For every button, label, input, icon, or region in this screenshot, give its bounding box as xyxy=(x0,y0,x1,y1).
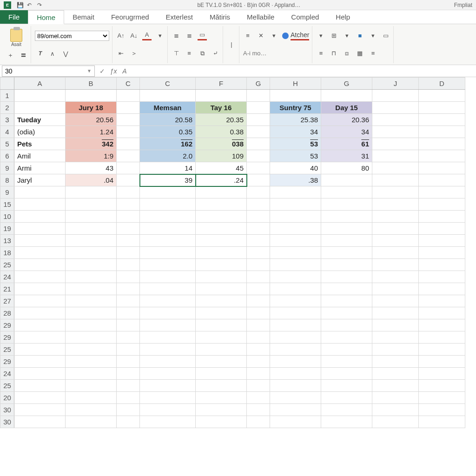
cell[interactable]: 40 xyxy=(270,162,321,174)
styles-icon[interactable]: ▭ xyxy=(381,31,390,40)
row[interactable]: 25 xyxy=(0,344,465,356)
cell[interactable]: Amil xyxy=(14,150,66,162)
row[interactable]: 30 xyxy=(0,416,465,428)
row-header[interactable]: 21 xyxy=(0,283,14,295)
cell[interactable]: 25.38 xyxy=(270,114,321,126)
numbering-icon[interactable]: ≣ xyxy=(185,31,194,40)
orientation-icon[interactable]: | xyxy=(227,40,236,49)
row[interactable]: 24 xyxy=(0,368,465,380)
row-header[interactable]: 24 xyxy=(0,368,14,380)
cell[interactable]: 0.38 xyxy=(196,126,247,138)
clear-icon[interactable]: ✕ xyxy=(256,31,265,40)
tab-file[interactable]: File xyxy=(0,10,28,24)
minus-icon[interactable]: 〓 xyxy=(19,51,28,60)
row[interactable]: 27 xyxy=(0,295,465,307)
row[interactable]: 28 xyxy=(0,307,465,319)
row-header[interactable]: 9 xyxy=(0,162,14,174)
cell[interactable] xyxy=(321,174,372,186)
col-header[interactable]: B xyxy=(66,78,117,90)
tab-home[interactable]: Home xyxy=(28,10,64,24)
row[interactable]: 25 xyxy=(0,259,465,271)
save-icon[interactable]: 💾 xyxy=(17,2,23,8)
cell[interactable]: Pets xyxy=(14,138,66,150)
cell[interactable]: 1.24 xyxy=(66,126,117,138)
cell[interactable]: Memsan xyxy=(140,102,196,114)
sort-icon[interactable]: ▾ xyxy=(368,31,377,40)
row[interactable]: 29 xyxy=(0,331,465,344)
undo-icon[interactable]: ↶ xyxy=(27,2,33,8)
cell[interactable]: 342 xyxy=(66,138,117,150)
row-header[interactable]: 3 xyxy=(0,114,14,126)
cell[interactable]: Jaryl xyxy=(14,174,66,186)
tab-bemait[interactable]: Bemait xyxy=(64,10,103,24)
col-header[interactable]: H xyxy=(270,78,321,90)
row[interactable]: 4 (odia) 1.24 0.35 0.38 34 34 xyxy=(0,126,465,138)
cell[interactable]: 2.0 xyxy=(140,150,196,162)
row[interactable]: 30 xyxy=(0,404,465,416)
plus-icon[interactable]: ＋ xyxy=(6,51,15,60)
row-header[interactable]: 20 xyxy=(0,392,14,404)
cell[interactable]: 1:9 xyxy=(66,150,117,162)
tab-feorugrmed[interactable]: Feorugrmed xyxy=(103,10,158,24)
atcher-button[interactable]: Atcher xyxy=(282,31,309,40)
formula-input[interactable] xyxy=(130,66,476,76)
row[interactable]: 2 Jury 18 Memsan Tay 16 Suntry 75 Day 15 xyxy=(0,102,465,114)
col-header[interactable]: F xyxy=(196,78,247,90)
wrap-icon[interactable]: ⤶ xyxy=(211,49,220,58)
dropdown-icon[interactable]: ▾ xyxy=(269,31,278,40)
cell[interactable]: 45 xyxy=(196,162,247,174)
row-header[interactable]: 4 xyxy=(0,126,14,138)
cell[interactable]: 038 xyxy=(196,138,247,150)
row-header[interactable]: 30 xyxy=(0,416,14,428)
fx-icon-2[interactable]: A xyxy=(119,67,130,75)
row[interactable]: 19 xyxy=(0,223,465,235)
row[interactable]: 6 Amil 1:9 2.0 109 53 31 xyxy=(0,150,465,162)
cell[interactable]: Jury 18 xyxy=(66,102,117,114)
cell-selected[interactable]: 39 xyxy=(140,174,196,186)
more-icon[interactable]: ≡ xyxy=(368,49,377,58)
conditional-icon[interactable]: ⧈ xyxy=(342,49,351,58)
cell-selected[interactable]: .24 xyxy=(196,174,247,186)
tab-exterlest[interactable]: Exterlest xyxy=(158,10,201,24)
row-header[interactable]: 19 xyxy=(0,223,14,235)
row-header[interactable]: 1 xyxy=(0,90,14,102)
bold-icon[interactable]: 𝙏 xyxy=(35,49,44,58)
font-color-icon[interactable]: A xyxy=(142,31,152,40)
row-header[interactable]: 30 xyxy=(0,404,14,416)
indent-increase-icon[interactable]: ＞ xyxy=(129,49,139,58)
cell[interactable]: .04 xyxy=(66,174,117,186)
col-header[interactable]: D xyxy=(419,78,465,90)
align-left-icon[interactable]: ≡ xyxy=(243,31,252,40)
cell[interactable]: (odia) xyxy=(14,126,66,138)
row-header[interactable]: 29 xyxy=(0,356,14,368)
row[interactable]: 13 xyxy=(0,235,465,247)
col-header[interactable]: J xyxy=(372,78,419,90)
spreadsheet-grid[interactable]: A B C C F G H G J D 1 2 Jury 18 Memsan T… xyxy=(0,77,476,428)
bullets-icon[interactable]: ≣ xyxy=(172,31,181,40)
cell[interactable]: 80 xyxy=(321,162,372,174)
cell[interactable]: 53 xyxy=(270,138,321,150)
cell[interactable]: 20.56 xyxy=(66,114,117,126)
cell[interactable]: 61 xyxy=(321,138,372,150)
cell[interactable]: 109 xyxy=(196,150,247,162)
font-select[interactable]: 89/omel.com xyxy=(35,31,109,41)
merge-icon[interactable]: ⧉ xyxy=(198,49,207,58)
row-header[interactable]: 29 xyxy=(0,331,14,344)
row[interactable]: 8 Jaryl .04 39 .24 .38 xyxy=(0,174,465,186)
row-header[interactable]: 25 xyxy=(0,380,14,392)
cell[interactable]: Suntry 75 xyxy=(270,102,321,114)
name-box[interactable]: 30 ▼ xyxy=(2,66,95,77)
tab-help[interactable]: Help xyxy=(327,10,358,24)
row[interactable]: 21 xyxy=(0,283,465,295)
cell[interactable]: 20.36 xyxy=(321,114,372,126)
select-all-corner[interactable] xyxy=(0,78,14,90)
paste-button[interactable]: Asait xyxy=(6,29,27,47)
tab-matiris[interactable]: Mătiris xyxy=(201,10,238,24)
table-icon[interactable]: ▦ xyxy=(355,49,364,58)
row-header[interactable]: 24 xyxy=(0,271,14,283)
cell[interactable]: 34 xyxy=(270,126,321,138)
fill-color-icon[interactable]: ▭ xyxy=(198,31,207,40)
border-icon[interactable]: ▾ xyxy=(316,31,325,40)
tab-mellabile[interactable]: Mellabile xyxy=(238,10,283,24)
row-header[interactable]: 18 xyxy=(0,247,14,259)
